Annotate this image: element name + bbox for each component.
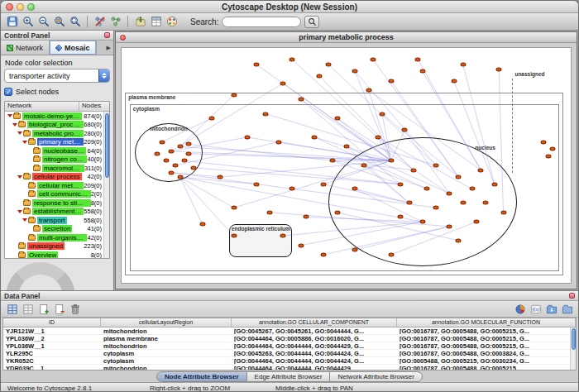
graph-node[interactable] bbox=[182, 159, 188, 163]
tree-expander-icon[interactable] bbox=[17, 175, 23, 179]
tree-row-primary-metabo[interactable]: primary metabo…209(0) bbox=[5, 138, 103, 147]
graph-node[interactable] bbox=[168, 170, 174, 174]
search-options-button[interactable] bbox=[304, 16, 319, 28]
table-row[interactable]: YDR039C__1mitochondrion[GO:0044464, GO:0… bbox=[3, 365, 576, 370]
graph-node[interactable] bbox=[352, 69, 358, 74]
tree-row-response-to-stimu[interactable]: response to stimu…8(0) bbox=[5, 198, 103, 208]
graph-node[interactable] bbox=[334, 210, 340, 214]
graph-node[interactable] bbox=[325, 62, 331, 66]
zoom-selected-region-icon[interactable] bbox=[52, 15, 66, 29]
table-row[interactable]: YLR295Ccytoplasm[GO:0045263, GO:0044444,… bbox=[3, 350, 576, 357]
network-window-titlebar[interactable]: primary metabolic process bbox=[116, 32, 577, 43]
zoom-fit-content-icon[interactable] bbox=[68, 15, 82, 29]
graph-node[interactable] bbox=[253, 182, 259, 186]
graph-node[interactable] bbox=[173, 164, 179, 168]
tab-overflow-chevron-icon[interactable]: ▶ bbox=[104, 41, 113, 55]
graph-node[interactable] bbox=[541, 140, 547, 144]
graph-node[interactable] bbox=[218, 175, 223, 179]
zoom-out-icon[interactable] bbox=[36, 15, 50, 29]
graph-node[interactable] bbox=[469, 187, 475, 191]
graph-node[interactable] bbox=[388, 252, 394, 256]
tree-row-nucleobase[interactable]: nucleobase…64(0) bbox=[5, 146, 103, 155]
graph-node[interactable] bbox=[231, 93, 237, 97]
import-attributes-icon[interactable] bbox=[149, 15, 163, 29]
tree-row-macromolecule[interactable]: macromolecule…311(0) bbox=[5, 164, 103, 173]
function-builder-icon[interactable]: f(x) bbox=[529, 302, 543, 316]
graph-node[interactable] bbox=[321, 252, 327, 256]
graph-node[interactable] bbox=[186, 142, 192, 146]
column-header[interactable]: cellularLayoutRegion bbox=[101, 318, 232, 327]
graph-node[interactable] bbox=[415, 58, 421, 62]
tree-row-cellular-process[interactable]: cellular process42(0) bbox=[5, 173, 103, 182]
graph-node[interactable] bbox=[447, 192, 452, 196]
graph-node[interactable] bbox=[379, 112, 385, 116]
tab-node-attribute-browser[interactable]: Node Attribute Browser bbox=[156, 371, 247, 382]
search-input[interactable] bbox=[222, 17, 301, 27]
table-row[interactable]: YPL036W__2plasma membrane[GO:0044464, GO… bbox=[3, 335, 576, 342]
graph-node[interactable] bbox=[280, 81, 286, 85]
graph-node[interactable] bbox=[550, 147, 556, 151]
graph-node[interactable] bbox=[155, 151, 160, 155]
table-scrollbar-thumb[interactable] bbox=[572, 328, 576, 350]
create-network-from-selection-icon[interactable] bbox=[108, 15, 122, 29]
graph-node[interactable] bbox=[491, 182, 497, 186]
graph-node[interactable] bbox=[208, 117, 214, 121]
tree-expander-icon[interactable] bbox=[17, 210, 23, 213]
table-row[interactable]: YPL036W__1mitochondrion[GO:0044464, GO:0… bbox=[3, 342, 576, 350]
table-row[interactable]: YKR052Ccytoplasm[GO:0044464, GO:0044444,… bbox=[3, 357, 576, 365]
graph-node[interactable] bbox=[299, 98, 304, 102]
graph-node[interactable] bbox=[177, 145, 183, 149]
graph-node[interactable] bbox=[545, 154, 551, 158]
graph-node[interactable] bbox=[190, 165, 196, 170]
graph-node[interactable] bbox=[164, 159, 170, 163]
unselect-all-attributes-icon[interactable] bbox=[21, 302, 35, 316]
minimize-window-button[interactable] bbox=[17, 3, 24, 11]
graph-node[interactable] bbox=[245, 135, 251, 139]
graph-node[interactable] bbox=[303, 215, 309, 219]
graph-node[interactable] bbox=[312, 135, 318, 139]
graph-node[interactable] bbox=[460, 62, 466, 66]
tree-expander-icon[interactable] bbox=[17, 131, 23, 135]
select-nodes-checkbox[interactable]: ✓ bbox=[4, 88, 12, 96]
tree-scrollbar[interactable] bbox=[103, 112, 109, 258]
graph-node[interactable] bbox=[406, 201, 412, 205]
zoom-window-button[interactable] bbox=[27, 3, 35, 11]
graph-node[interactable] bbox=[397, 182, 403, 186]
graph-node[interactable] bbox=[159, 140, 165, 144]
graph-node[interactable] bbox=[388, 159, 394, 163]
tab-mosaic[interactable]: Mosaic bbox=[50, 41, 97, 55]
float-data-panel-button[interactable] bbox=[569, 293, 575, 299]
graph-node[interactable] bbox=[500, 210, 506, 214]
graph-node[interactable] bbox=[433, 164, 439, 168]
graph-node[interactable] bbox=[496, 67, 502, 71]
graph-node[interactable] bbox=[366, 88, 371, 93]
frame-close-icon[interactable] bbox=[120, 35, 126, 41]
graph-node[interactable] bbox=[168, 149, 174, 153]
graph-node[interactable] bbox=[334, 117, 340, 121]
tree-row-cell-communica[interactable]: cell communica…2(0) bbox=[5, 190, 103, 199]
save-session-icon[interactable] bbox=[5, 15, 19, 29]
graph-node[interactable] bbox=[473, 220, 479, 224]
tree-expander-icon[interactable] bbox=[7, 114, 13, 117]
graph-node[interactable] bbox=[419, 220, 425, 224]
graph-node[interactable] bbox=[352, 187, 358, 191]
tree-row-metabolic-process[interactable]: metabolic process280(0) bbox=[5, 129, 103, 138]
graph-node[interactable] bbox=[276, 140, 282, 144]
graph-node[interactable] bbox=[460, 201, 466, 205]
column-header[interactable]: ID bbox=[3, 318, 101, 327]
column-header[interactable]: annotation.GO MOLECULAR_FUNCTION bbox=[397, 318, 576, 327]
zoom-in-icon[interactable] bbox=[21, 15, 35, 29]
graph-node[interactable] bbox=[397, 215, 403, 219]
delete-attribute-icon[interactable] bbox=[52, 302, 66, 316]
graph-node[interactable] bbox=[343, 145, 349, 149]
open-attribute-file-icon[interactable] bbox=[560, 302, 574, 316]
attribute-chart-icon[interactable] bbox=[513, 302, 527, 316]
window-titlebar[interactable]: Cytoscape Desktop (New Session) bbox=[1, 1, 578, 13]
graph-node[interactable] bbox=[361, 164, 367, 168]
graph-node[interactable] bbox=[352, 248, 358, 252]
tree-row-establishment-of[interactable]: establishment of…558(0) bbox=[5, 208, 103, 217]
graph-node[interactable] bbox=[290, 58, 295, 62]
select-all-attributes-icon[interactable] bbox=[5, 302, 19, 316]
graph-node[interactable] bbox=[451, 79, 457, 83]
graph-node[interactable] bbox=[262, 112, 268, 116]
